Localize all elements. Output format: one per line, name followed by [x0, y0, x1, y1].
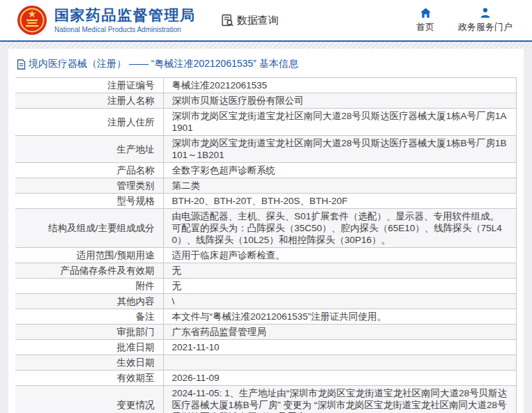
row-value: 粤械注准20212061535: [163, 78, 517, 93]
row-label: 注册人住所: [15, 109, 163, 136]
row-label: 注册证编号: [15, 78, 163, 93]
row-label: 附件: [15, 279, 163, 294]
national-emblem-logo: [17, 5, 47, 36]
table-row: 适用范围/预期用途适用于临床超声诊断检查。: [15, 248, 517, 263]
home-icon: [420, 8, 432, 18]
table-row: 产品名称全数字彩色超声诊断系统: [15, 163, 517, 178]
row-label: 其他内容: [15, 294, 163, 309]
row-label: 生效日期: [15, 355, 163, 371]
row-value: 深圳市龙岗区宝龙街道宝龙社区南同大道28号贝斯达医疗器械大厦1栋A号厂房1A19…: [163, 109, 517, 136]
table-row: 备注本文件与“粤械注准20212061535”注册证共同使用。: [15, 309, 517, 325]
row-value: 本文件与“粤械注准20212061535”注册证共同使用。: [163, 309, 517, 325]
row-value: 2024-11-05: 1、生产地址由“深圳市龙岗区宝龙街道宝龙社区南同大道28…: [163, 386, 517, 413]
table-row: 产品储存条件及有效期无: [15, 263, 517, 279]
decorative-stripe-band: [0, 42, 532, 49]
table-row: 注册人住所深圳市龙岗区宝龙街道宝龙社区南同大道28号贝斯达医疗器械大厦1栋A号厂…: [15, 109, 517, 136]
row-value: 深圳市贝斯达医疗股份有限公司: [163, 93, 517, 109]
table-row: 有效期至2026-11-09: [15, 371, 517, 386]
site-header: 国家药品监督管理局 National Medical Products Admi…: [0, 0, 532, 42]
row-label: 注册人名称: [15, 93, 163, 109]
table-row: 审批部门广东省药品监督管理局: [15, 325, 517, 340]
row-label: 批准日期: [15, 340, 163, 355]
site-subtitle: National Medical Products Administration: [54, 26, 196, 33]
user-icon: [480, 8, 491, 18]
table-row: 型号规格BTH-20、BTH-20T、BTH-20S、BTH-20F: [15, 194, 517, 209]
row-value: 适用于临床超声诊断检查。: [163, 248, 517, 263]
table-row: 注册人名称深圳市贝斯达医疗股份有限公司: [15, 93, 517, 109]
table-row: 生效日期: [15, 355, 517, 371]
row-value: BTH-20、BTH-20T、BTH-20S、BTH-20F: [163, 194, 517, 209]
document-search-icon: [221, 14, 234, 27]
row-label: 管理类别: [15, 178, 163, 194]
row-value: 深圳市龙岗区宝龙街道宝龙社区南同大道28号贝斯达医疗器械大厦1栋B号厂房1B10…: [163, 136, 517, 163]
row-value: 第二类: [163, 178, 517, 194]
document-icon: [17, 59, 26, 70]
nav-gov-portal[interactable]: 政务服务门户: [458, 8, 512, 33]
row-label: 备注: [15, 309, 163, 325]
row-label: 产品储存条件及有效期: [15, 263, 163, 279]
table-row: 批准日期2021-11-10: [15, 340, 517, 355]
nav-gov-portal-label: 政务服务门户: [458, 21, 512, 33]
breadcrumb: 境内医疗器械（注册） —— “粤械注准20212061535” 基本信息: [15, 55, 517, 77]
row-label: 结构及组成/主要组成成分: [15, 209, 163, 248]
data-query-tab[interactable]: 数据查询: [221, 14, 279, 27]
table-row: 管理类别第二类: [15, 178, 517, 194]
table-row: 其他内容\: [15, 294, 517, 309]
row-value: 由电源适配器、主机、探头、S01扩展套件（选配）、显示器、专用软件组成。可配置的…: [163, 209, 517, 248]
row-value: \: [163, 294, 517, 309]
registration-info-table: 注册证编号粤械注准20212061535注册人名称深圳市贝斯达医疗股份有限公司注…: [15, 77, 517, 413]
row-value: [163, 355, 517, 371]
nav-home[interactable]: 首页: [416, 8, 434, 33]
table-row: 结构及组成/主要组成成分由电源适配器、主机、探头、S01扩展套件（选配）、显示器…: [15, 209, 517, 248]
nav-home-label: 首页: [416, 21, 434, 33]
row-label: 适用范围/预期用途: [15, 248, 163, 263]
row-label: 型号规格: [15, 194, 163, 209]
row-value: 无: [163, 279, 517, 294]
row-label: 产品名称: [15, 163, 163, 178]
row-value: 2026-11-09: [163, 371, 517, 386]
row-label: 生产地址: [15, 136, 163, 163]
table-row: 生产地址深圳市龙岗区宝龙街道宝龙社区南同大道28号贝斯达医疗器械大厦1栋B号厂房…: [15, 136, 517, 163]
table-row: 附件无: [15, 279, 517, 294]
table-row: 变更情况2024-11-05: 1、生产地址由“深圳市龙岗区宝龙街道宝龙社区南同…: [15, 386, 517, 413]
main-content: 境内医疗器械（注册） —— “粤械注准20212061535” 基本信息 注册证…: [8, 49, 524, 413]
row-label: 变更情况: [15, 386, 163, 413]
table-row: 注册证编号粤械注准20212061535: [15, 78, 517, 93]
top-nav: 首页 政务服务门户: [416, 8, 519, 33]
row-value: 2021-11-10: [163, 340, 517, 355]
site-title: 国家药品监督管理局: [54, 7, 196, 23]
breadcrumb-text: 境内医疗器械（注册） —— “粤械注准20212061535” 基本信息: [29, 58, 298, 70]
row-label: 有效期至: [15, 371, 163, 386]
row-value: 无: [163, 263, 517, 279]
brand-block: 国家药品监督管理局 National Medical Products Admi…: [54, 7, 196, 33]
data-query-label: 数据查询: [237, 14, 279, 27]
row-label: 审批部门: [15, 325, 163, 340]
row-value: 全数字彩色超声诊断系统: [163, 163, 517, 178]
row-value: 广东省药品监督管理局: [163, 325, 517, 340]
